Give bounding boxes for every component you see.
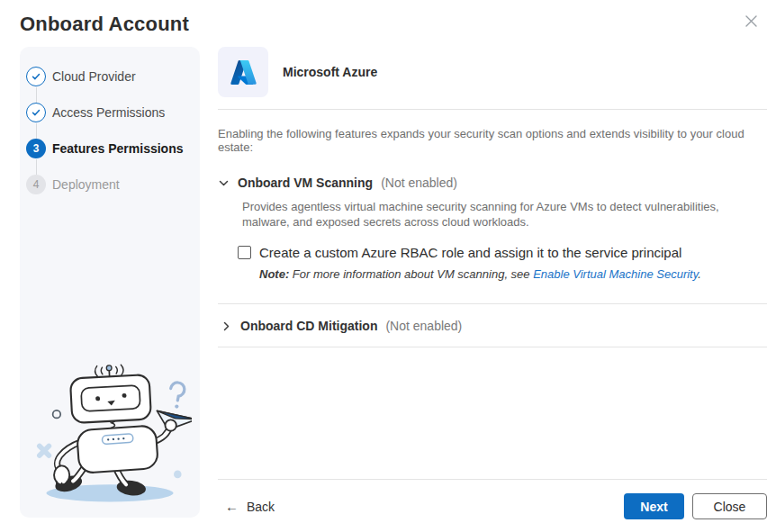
rbac-checkbox-label: Create a custom Azure RBAC role and assi… (259, 245, 681, 260)
step-cloud-provider[interactable]: Cloud Provider (26, 59, 200, 95)
divider (218, 303, 767, 304)
step-number-badge: 3 (26, 139, 46, 158)
chevron-down-icon (218, 177, 230, 189)
step-number-badge: 4 (26, 175, 46, 194)
dialog-body: Cloud Provider Access Permissions 3 Feat… (0, 36, 776, 521)
main-panel: Microsoft Azure Enabling the following f… (218, 47, 767, 532)
vm-scanning-description: Provides agentless virtual machine secur… (242, 199, 767, 230)
page-title: Onboard Account (20, 13, 756, 36)
step-completed-icon (26, 103, 46, 122)
step-features-permissions[interactable]: 3 Features Permissions (26, 131, 200, 167)
section-title: Onboard VM Scanning (238, 176, 373, 190)
azure-logo (218, 47, 268, 97)
dialog-header: Onboard Account (0, 0, 776, 36)
divider (218, 109, 767, 110)
note-prefix: Note: (259, 267, 289, 281)
vm-scanning-note: Note: For more information about VM scan… (259, 267, 767, 281)
back-label: Back (247, 500, 275, 514)
step-label: Cloud Provider (52, 69, 136, 84)
footer-buttons: Next Close (624, 493, 767, 519)
provider-name: Microsoft Azure (283, 65, 377, 79)
step-completed-icon (26, 67, 46, 86)
section-cd-mitigation-header[interactable]: Onboard CD Mitigation (Not enabled) (221, 319, 767, 333)
onboard-account-dialog: Onboard Account Cloud Provider Access Pe… (0, 0, 776, 532)
rbac-checkbox[interactable] (238, 246, 251, 259)
section-status: (Not enabled) (385, 319, 462, 333)
back-arrow-icon: ← (225, 499, 239, 514)
step-label: Features Permissions (52, 141, 184, 156)
intro-text: Enabling the following features expands … (218, 127, 767, 154)
close-button[interactable]: Close (692, 493, 767, 519)
step-access-permissions[interactable]: Access Permissions (26, 95, 200, 131)
section-status: (Not enabled) (381, 176, 457, 190)
step-label: Access Permissions (52, 105, 165, 120)
robot-mascot-illustration (28, 363, 192, 509)
wizard-stepper: Cloud Provider Access Permissions 3 Feat… (20, 47, 200, 518)
next-button[interactable]: Next (624, 493, 684, 519)
rbac-checkbox-row: Create a custom Azure RBAC role and assi… (238, 245, 767, 260)
step-deployment[interactable]: 4 Deployment (26, 167, 200, 203)
section-vm-scanning-header[interactable]: Onboard VM Scanning (Not enabled) (218, 176, 767, 190)
footer-bar: ← Back Next Close (218, 479, 767, 532)
back-button[interactable]: ← Back (225, 499, 275, 514)
close-icon[interactable] (744, 14, 758, 31)
provider-header: Microsoft Azure (218, 47, 767, 97)
section-title: Onboard CD Mitigation (240, 319, 377, 333)
step-list: Cloud Provider Access Permissions 3 Feat… (20, 47, 200, 203)
enable-vm-security-link[interactable]: Enable Virtual Machine Security (533, 267, 698, 281)
note-text: For more information about VM scanning, … (289, 267, 533, 281)
step-label: Deployment (52, 177, 120, 192)
chevron-right-icon (221, 320, 232, 332)
spacer (218, 347, 767, 479)
note-suffix: . (698, 267, 701, 281)
